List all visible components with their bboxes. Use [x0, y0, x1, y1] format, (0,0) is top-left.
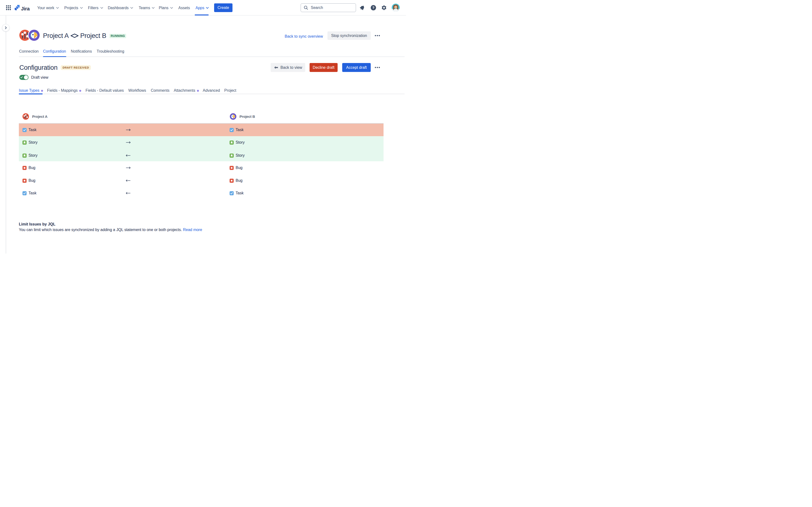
svg-text:?: ?: [372, 6, 374, 10]
